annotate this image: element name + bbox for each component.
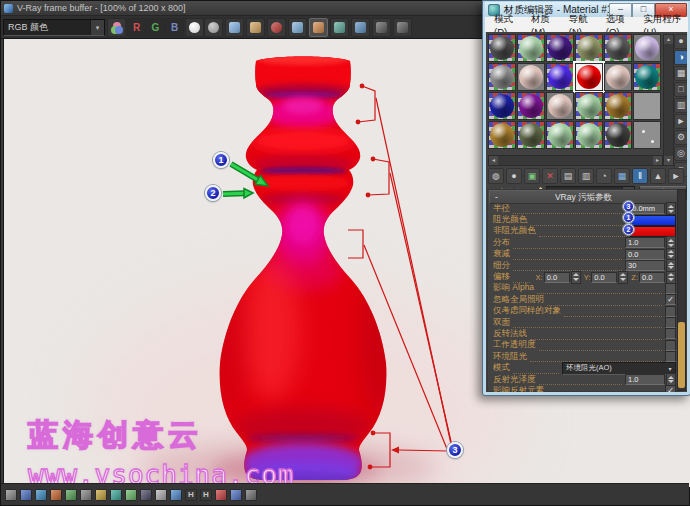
sample-type-icon[interactable]: ● [674,34,687,49]
fb-correction-icon[interactable] [140,489,152,501]
color-wheel-icon[interactable] [107,18,126,37]
background-icon[interactable]: ▦ [674,66,687,81]
bias-y-field[interactable]: 0.0 [591,272,617,283]
sample-uv-tiling-icon[interactable]: □ [674,82,687,97]
distribution-field[interactable]: 1.0 [625,237,665,248]
falloff-field[interactable]: 0.0 [625,249,665,260]
channel-dropdown[interactable]: RGB 颜色 ▾ [3,19,105,36]
options-icon[interactable]: ⚙ [674,130,687,145]
scroll-up-icon[interactable]: ▴ [664,35,673,44]
put-to-library-icon[interactable]: ▥ [578,168,594,184]
unoccluded-color-swatch[interactable] [630,226,676,237]
scroll-left-icon[interactable]: ◂ [489,156,498,165]
material-sample-slot[interactable] [517,63,545,91]
rollout-header[interactable]: - VRay 污垢参数 [489,190,678,204]
double-sided-checkbox[interactable] [665,317,676,328]
region-render-icon[interactable] [330,18,349,37]
fb-correction-icon[interactable] [95,489,107,501]
go-forward-sibling-icon[interactable]: ► [668,168,684,184]
red-channel-button[interactable]: R [127,18,146,37]
material-sample-slot[interactable] [488,92,516,120]
material-sample-slot[interactable] [575,92,603,120]
fb-correction-icon[interactable] [155,489,167,501]
material-sample-slot[interactable] [546,92,574,120]
record-icon[interactable] [267,18,286,37]
scroll-down-icon[interactable]: ▾ [664,156,673,165]
white-balance-button[interactable] [185,18,204,37]
material-sample-slot[interactable] [488,34,516,62]
rollout-scrollbar[interactable] [677,189,686,391]
fb-correction-icon[interactable] [5,489,17,501]
material-id-channel-icon[interactable]: ◔ [596,168,612,184]
material-sample-slot[interactable] [517,34,545,62]
invert-normal-checkbox[interactable] [665,328,676,339]
subdivs-field[interactable]: 30 [625,260,665,271]
fb-correction-icon[interactable] [20,489,32,501]
material-sample-slot[interactable] [575,34,603,62]
bias-x-spinner[interactable] [571,271,581,284]
reset-map-icon[interactable]: ✕ [542,168,558,184]
fb-correction-icon[interactable] [65,489,77,501]
material-sample-slot[interactable] [546,34,574,62]
fb-correction-icon[interactable]: H [200,489,212,501]
save-image-icon[interactable] [225,18,244,37]
bias-z-field[interactable]: 0.0 [639,272,665,283]
disabled-tool-icon-1[interactable] [372,18,391,37]
green-channel-button[interactable]: G [146,18,165,37]
scroll-right-icon[interactable]: ▸ [653,156,662,165]
assign-material-to-selection-icon[interactable]: ▣ [524,168,540,184]
mode-dropdown[interactable]: 环境阻光(AO) ▾ [562,362,676,375]
fb-correction-icon[interactable] [170,489,182,501]
material-sample-slot[interactable] [546,63,574,91]
work-transparency-checkbox[interactable] [665,340,676,351]
material-sample-slot[interactable] [604,34,632,62]
fb-correction-icon[interactable] [50,489,62,501]
load-image-icon[interactable] [246,18,265,37]
chevron-down-icon[interactable]: ▾ [665,365,675,372]
rollout-scrollbar-thumb[interactable] [678,322,685,388]
material-sample-slot[interactable] [604,63,632,91]
chevron-down-icon[interactable]: ▾ [90,20,104,35]
material-sample-slot[interactable] [488,63,516,91]
collapse-icon[interactable]: - [495,191,498,203]
affect-alpha-checkbox[interactable] [665,283,676,294]
affect-refl-elements-checkbox[interactable] [665,385,676,392]
bias-x-field[interactable]: 0.0 [544,272,570,283]
palette-horizontal-scrollbar[interactable]: ◂ ▸ [488,155,663,166]
material-sample-slot[interactable] [633,92,661,120]
occluded-color-swatch[interactable] [630,215,676,226]
ignore-gi-checkbox[interactable] [665,294,676,305]
fb-correction-icon[interactable] [35,489,47,501]
fb-correction-icon[interactable] [125,489,137,501]
follow-mouse-icon[interactable] [309,18,328,37]
gray-balance-button[interactable] [204,18,223,37]
env-occlusion-checkbox[interactable] [665,351,676,362]
monitor-icon[interactable] [351,18,370,37]
refl-glossiness-field[interactable]: 1.0 [625,374,665,385]
video-color-check-icon[interactable]: ▥ [674,98,687,113]
disabled-tool-icon-2[interactable] [393,18,412,37]
material-sample-slot[interactable] [517,121,545,149]
backlight-icon[interactable]: ◑ [674,50,687,65]
bias-z-spinner[interactable] [666,271,676,284]
material-sample-slot[interactable] [517,92,545,120]
go-to-parent-icon[interactable]: ▲ [650,168,666,184]
get-material-icon[interactable]: ◍ [488,168,504,184]
material-sample-slot[interactable] [546,121,574,149]
material-sample-slot[interactable] [575,63,603,91]
select-by-material-icon[interactable]: ◎ [674,146,687,161]
palette-vertical-scrollbar[interactable]: ▴ ▾ [663,34,674,166]
fb-correction-icon[interactable] [245,489,257,501]
put-material-to-scene-icon[interactable]: ● [506,168,522,184]
show-end-result-icon[interactable]: ‖ [632,168,648,184]
material-sample-slot[interactable] [633,34,661,62]
fb-correction-icon[interactable] [110,489,122,501]
fb-correction-icon[interactable] [80,489,92,501]
bias-y-spinner[interactable] [618,271,628,284]
refl-glossiness-spinner[interactable] [666,373,676,386]
material-sample-slot[interactable] [633,121,661,149]
same-object-only-checkbox[interactable] [665,306,676,317]
show-map-in-viewport-icon[interactable]: ▦ [614,168,630,184]
fb-correction-icon[interactable] [215,489,227,501]
make-preview-icon[interactable]: ► [674,114,687,129]
